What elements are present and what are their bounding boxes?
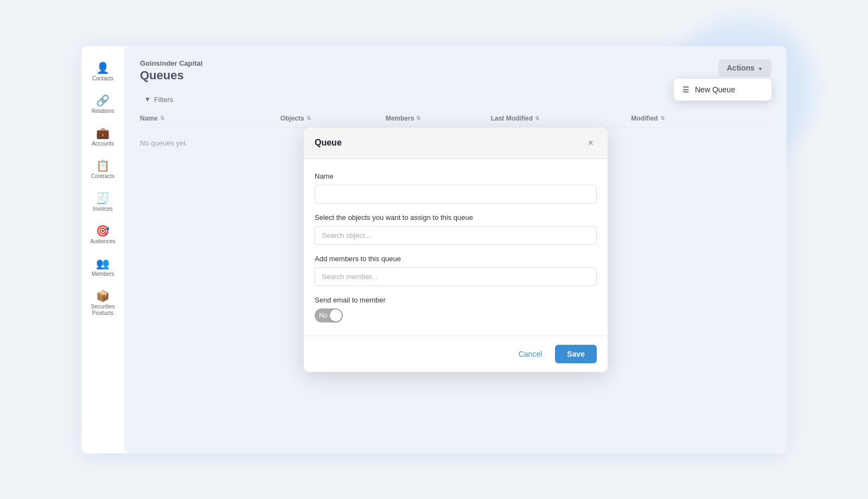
- sidebar-item-invoices[interactable]: 🧾 Invoices: [85, 187, 122, 218]
- new-queue-item[interactable]: ☰ New Queue: [674, 79, 771, 100]
- cancel-button[interactable]: Cancel: [512, 345, 549, 363]
- contacts-icon: 👤: [96, 62, 110, 73]
- contacts-label: Contacts: [92, 75, 113, 82]
- sidebar-item-contracts[interactable]: 📋 Contracts: [85, 155, 122, 185]
- new-queue-label: New Queue: [695, 85, 735, 94]
- members-search-input[interactable]: [315, 267, 597, 286]
- contracts-label: Contracts: [91, 173, 114, 180]
- sidebar: 👤 Contacts 🔗 Relations 💼 Accounts 📋 Cont…: [81, 46, 125, 453]
- members-icon: 👥: [96, 258, 110, 269]
- audiences-icon: 🎯: [96, 225, 110, 236]
- objects-search-input[interactable]: [315, 226, 597, 245]
- contracts-icon: 📋: [96, 160, 110, 171]
- accounts-icon: 💼: [96, 128, 110, 138]
- modal-header: Queue ×: [304, 128, 608, 159]
- toggle-value-label: No: [319, 312, 327, 319]
- relations-label: Relations: [92, 108, 114, 115]
- audiences-label: Audiences: [90, 238, 116, 245]
- actions-dropdown: ☰ New Queue: [674, 79, 771, 100]
- modal-title: Queue: [315, 138, 342, 148]
- accounts-label: Accounts: [92, 141, 114, 147]
- sidebar-item-accounts[interactable]: 💼 Accounts: [85, 122, 122, 153]
- email-toggle-group: Send email to member No: [315, 296, 597, 323]
- name-input[interactable]: [315, 185, 597, 204]
- sidebar-item-securities[interactable]: 📦 Securities Products: [85, 285, 122, 322]
- invoices-label: Invoices: [93, 206, 113, 212]
- name-field-group: Name: [315, 172, 597, 204]
- sidebar-item-relations[interactable]: 🔗 Relations: [85, 90, 122, 120]
- objects-label: Select the objects you want to assign to…: [315, 213, 597, 222]
- members-label: Members: [92, 271, 114, 277]
- modal-overlay: Queue × Name Select the objects you want…: [125, 46, 787, 453]
- sidebar-item-contacts[interactable]: 👤 Contacts: [85, 57, 122, 87]
- members-field-group: Add members to this queue: [315, 255, 597, 286]
- name-label: Name: [315, 172, 597, 180]
- modal-footer: Cancel Save: [304, 336, 608, 372]
- save-button[interactable]: Save: [555, 345, 597, 363]
- objects-field-group: Select the objects you want to assign to…: [315, 213, 597, 245]
- sidebar-item-members[interactable]: 👥 Members: [85, 252, 122, 283]
- toggle-container: No: [315, 308, 597, 323]
- menu-icon: ☰: [682, 85, 690, 94]
- relations-icon: 🔗: [96, 95, 110, 106]
- invoices-icon: 🧾: [96, 193, 110, 204]
- email-toggle[interactable]: No: [315, 308, 343, 323]
- modal-body: Name Select the objects you want to assi…: [304, 159, 608, 336]
- queue-modal: Queue × Name Select the objects you want…: [304, 128, 608, 372]
- modal-close-button[interactable]: ×: [584, 136, 597, 150]
- toggle-knob: [330, 309, 342, 321]
- securities-label: Securities Products: [89, 304, 117, 317]
- members-label: Add members to this queue: [315, 255, 597, 263]
- securities-icon: 📦: [96, 290, 110, 301]
- main-content: Goinsinder Capital Queues ▼ Filters Name…: [125, 46, 787, 453]
- email-toggle-label: Send email to member: [315, 296, 597, 304]
- sidebar-item-audiences[interactable]: 🎯 Audiences: [85, 220, 122, 250]
